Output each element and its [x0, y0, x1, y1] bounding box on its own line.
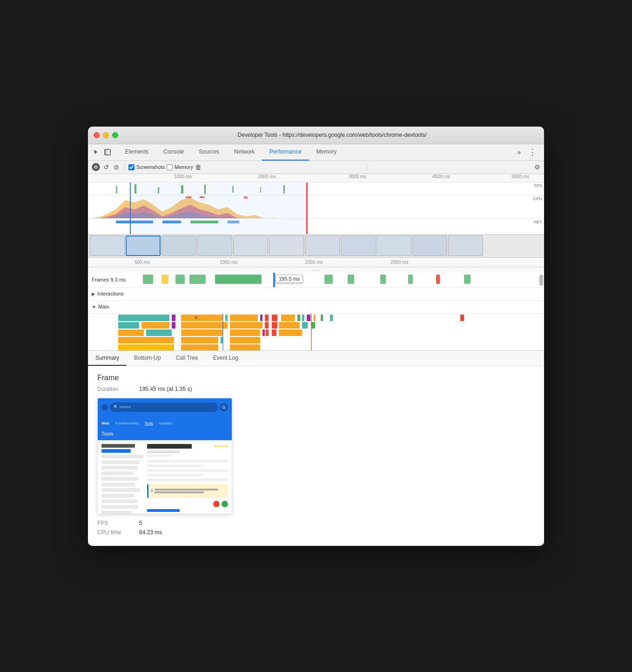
screenshot-thumb-6[interactable] [305, 235, 340, 256]
preview-sidebar-item [101, 460, 139, 464]
screenshot-thumb-3[interactable] [197, 235, 232, 256]
toolbar-separator-2 [367, 163, 367, 171]
svg-rect-17 [118, 315, 169, 321]
svg-rect-9 [283, 185, 285, 194]
menu-dots-button[interactable]: ⋮ [524, 147, 540, 157]
window-title: Developer Tools - https://developers.goo… [126, 132, 538, 138]
frame-block [464, 275, 471, 284]
more-tabs-button[interactable]: » [513, 148, 524, 156]
svg-rect-39 [272, 322, 277, 329]
minimize-button[interactable] [103, 132, 109, 138]
svg-rect-8 [260, 187, 261, 193]
svg-rect-42 [311, 322, 315, 329]
bottom-mark-2000: 2000 ms [390, 260, 408, 265]
svg-rect-44 [146, 329, 172, 336]
preview-green-button [222, 501, 228, 507]
main-expand-arrow[interactable]: ▼ [92, 304, 96, 309]
cursor-icon[interactable] [92, 148, 101, 157]
bottom-tabs: Summary Bottom-Up Call Tree Event Log [88, 351, 544, 366]
svg-rect-36 [181, 322, 228, 329]
reload-button[interactable]: ↺ [102, 163, 110, 171]
preview-sidebar-item [101, 511, 132, 514]
svg-rect-7 [232, 186, 234, 193]
tab-call-tree[interactable]: Call Tree [168, 351, 206, 366]
screenshot-thumb-7[interactable] [341, 235, 376, 256]
tab-elements[interactable]: Elements [118, 144, 156, 161]
screenshot-thumb[interactable] [90, 235, 125, 256]
tab-network[interactable]: Network [227, 144, 262, 161]
preview-nav-bar: Web Fundamentals Tools Updates [98, 416, 232, 428]
preview-content-header: ★★★★★ [147, 444, 228, 449]
svg-rect-45 [181, 329, 223, 336]
maximize-button[interactable] [112, 132, 118, 138]
settings-button[interactable]: ⚙ [534, 163, 540, 171]
dock-icon[interactable] [103, 148, 112, 157]
tab-sources[interactable]: Sources [191, 144, 227, 161]
timeline-overview[interactable]: 1000 ms 2000 ms 3000 ms 4000 ms 5000 ms … [88, 174, 544, 235]
svg-rect-13 [116, 221, 153, 223]
screenshot-thumb-4[interactable] [233, 235, 268, 256]
flame-chart[interactable]: P... [88, 314, 544, 351]
preview-content-menu [147, 450, 180, 453]
preview-sidebar-item [101, 449, 131, 453]
summary-fps-row: FPS 5 [97, 520, 535, 526]
screenshots-strip [88, 235, 544, 258]
cpu-time-key: CPU time [97, 529, 139, 536]
svg-rect-48 [266, 329, 269, 336]
tab-memory[interactable]: Memory [309, 144, 344, 161]
cpu-track: CPU [88, 195, 544, 219]
record-button[interactable] [92, 163, 100, 171]
preview-content-line [147, 514, 228, 514]
scrollbar-handle[interactable] [539, 275, 543, 286]
preview-main-line [147, 474, 204, 477]
screenshot-thumb-2[interactable] [161, 235, 196, 256]
preview-sidebar-item [101, 466, 137, 470]
svg-rect-52 [181, 337, 218, 343]
duration-key: Duration [97, 386, 139, 392]
frame-selected-line [273, 273, 275, 287]
tab-bottom-up[interactable]: Bottom-Up [127, 351, 168, 366]
preview-content-line [147, 455, 171, 457]
clear-button[interactable]: ⊘ [112, 163, 121, 171]
preview-stars: ★★★★★ [214, 444, 228, 448]
devtools-window: Developer Tools - https://developers.goo… [88, 127, 544, 546]
preview-action-buttons [147, 501, 228, 507]
svg-rect-54 [230, 337, 260, 343]
screenshot-thumb-5[interactable] [269, 235, 304, 256]
tab-summary[interactable]: Summary [88, 351, 127, 366]
tab-performance[interactable]: Performance [262, 144, 309, 161]
trash-button[interactable]: 🗑 [195, 163, 202, 171]
cpu-time-value: 84.23 ms [139, 529, 162, 536]
close-button[interactable] [94, 132, 100, 138]
frame-block [189, 275, 206, 284]
main-label: Main [98, 304, 109, 309]
screenshot-thumb-9[interactable] [412, 235, 447, 256]
interactions-expand-arrow[interactable]: ▶ [92, 291, 95, 296]
svg-rect-18 [172, 315, 175, 321]
svg-rect-33 [118, 322, 139, 329]
preview-sidebar-item [101, 499, 137, 503]
memory-checkbox[interactable]: Memory [167, 164, 193, 170]
screenshot-thumb-selected[interactable] [126, 235, 161, 256]
svg-rect-27 [297, 315, 300, 321]
selection-start-line [130, 182, 131, 234]
frame-block [348, 275, 354, 284]
tab-console[interactable]: Console [156, 144, 191, 161]
preview-browser-header: 🔍 Search G [98, 398, 232, 416]
screenshot-thumb-8[interactable] [377, 235, 411, 256]
preview-sidebar-item [101, 477, 138, 481]
frames-bar-area[interactable]: 195.5 ms [138, 273, 544, 287]
svg-rect-15 [190, 221, 218, 223]
screenshots-checkbox[interactable]: Screenshots [128, 164, 165, 170]
screenshot-thumb-10[interactable] [448, 235, 483, 256]
svg-rect-37 [230, 322, 262, 329]
titlebar: Developer Tools - https://developers.goo… [88, 127, 544, 144]
screenshot-preview-inner: 🔍 Search G Web Fundamentals Tools Update… [98, 398, 232, 514]
svg-rect-58 [460, 315, 464, 321]
svg-rect-41 [302, 322, 308, 329]
preview-main-line [147, 469, 228, 472]
dots-indicator: ··· [88, 267, 544, 273]
preview-highlight-box: ℹ [147, 484, 228, 498]
tab-event-log[interactable]: Event Log [206, 351, 246, 366]
bottom-mark-1000: 1000 ms [220, 260, 237, 265]
